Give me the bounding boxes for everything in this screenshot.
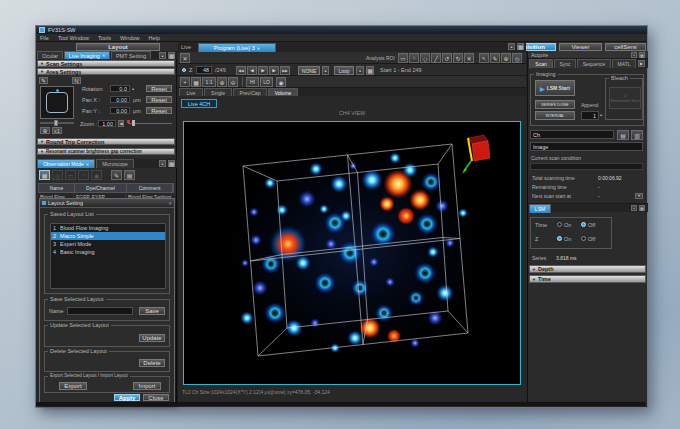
col-dye[interactable]: Dye/Channel xyxy=(75,184,127,192)
play-icon[interactable]: ▶ xyxy=(258,66,268,75)
dialog-title-bar[interactable]: Layout Setting ✕ xyxy=(40,199,174,208)
camera-icon[interactable]: ◉ xyxy=(91,170,102,180)
roi-undo-icon[interactable]: ↺ xyxy=(442,53,452,63)
zoom-x1-button[interactable]: x1 xyxy=(52,127,62,134)
tab-sync[interactable]: Sync xyxy=(554,59,576,68)
channel-name-input[interactable]: Ch xyxy=(530,130,614,139)
menu-file[interactable]: File xyxy=(40,35,49,41)
title-bar[interactable]: FV31S-SW xyxy=(36,26,647,34)
preview-slider-thumb[interactable] xyxy=(54,120,58,126)
hi-button[interactable]: HI xyxy=(246,77,259,87)
time-off-radio[interactable] xyxy=(581,222,586,227)
tab-lsm[interactable]: LSM xyxy=(529,204,551,213)
laser-icon[interactable]: ◎ xyxy=(52,170,63,180)
tab-live[interactable]: Live xyxy=(179,88,203,96)
panel-menu-icon[interactable]: ▦ xyxy=(639,205,645,211)
tab-sequence[interactable]: Sequence xyxy=(577,59,611,68)
menu-window[interactable]: Window xyxy=(120,35,140,41)
panel-pin-icon[interactable]: • xyxy=(159,160,166,167)
tab-microscope[interactable]: Microscope xyxy=(96,159,134,168)
tab-observation-mode[interactable]: Observation Mode ✕ xyxy=(37,159,95,168)
tab-close-icon[interactable]: ✕ xyxy=(102,53,105,58)
append-spinner[interactable]: ▴ xyxy=(600,112,602,117)
zoom-in-view-icon[interactable]: ⊕ xyxy=(217,77,227,87)
panel-menu-icon[interactable]: ▦ xyxy=(168,160,175,167)
tab-pmt-setting[interactable]: PMT Setting xyxy=(111,51,151,59)
panel-pin-icon[interactable]: • xyxy=(159,52,166,59)
profile-icon[interactable]: ◎ xyxy=(512,53,522,63)
prev-frame-icon[interactable]: ◀ xyxy=(247,66,257,75)
close-button[interactable]: Close xyxy=(143,394,169,401)
open-folder-icon[interactable]: ▥ xyxy=(631,130,643,140)
lo-button[interactable]: LO xyxy=(260,77,273,87)
dialog-close-icon[interactable]: ✕ xyxy=(168,201,172,206)
roi-redo-icon[interactable]: ↻ xyxy=(453,53,463,63)
save-button[interactable]: Save xyxy=(139,307,165,315)
panel-pin-icon[interactable]: • xyxy=(631,205,637,211)
zoom-step-icon[interactable]: ◀ xyxy=(118,120,124,127)
select-pointer-icon[interactable]: ↖ xyxy=(479,53,489,63)
clear-view-icon[interactable]: ✕ xyxy=(180,53,190,63)
round-trip-bar[interactable]: ▼ Round Trip Correction xyxy=(37,138,175,145)
update-button[interactable]: Update xyxy=(139,334,165,342)
ratio-1-1-button[interactable]: 1:1 xyxy=(202,77,216,87)
next-frame-icon[interactable]: ▶ xyxy=(269,66,279,75)
z-value-input[interactable]: 48 xyxy=(196,66,212,74)
first-frame-icon[interactable]: ◀◀ xyxy=(236,66,246,75)
zoom-tool-icon[interactable]: ⊕ xyxy=(40,127,50,134)
cellsens-button[interactable]: cellSens xyxy=(605,43,646,51)
col-comment[interactable]: Comment xyxy=(127,184,173,192)
live-4ch-button[interactable]: Live 4CH xyxy=(181,99,217,108)
time-bar[interactable]: ▼ Time xyxy=(529,275,646,283)
tab-scan[interactable]: Scan xyxy=(529,59,553,68)
layout-name-input[interactable] xyxy=(67,307,133,315)
detector-icon[interactable]: ▭ xyxy=(65,170,76,180)
zoom-slider-thumb[interactable] xyxy=(132,120,135,126)
pan-y-input[interactable]: 0.00 xyxy=(110,107,130,114)
pan-x-input[interactable]: 0.00 xyxy=(110,96,130,103)
scan-settings-bar[interactable]: ▼ Scan Settings xyxy=(37,60,175,67)
zoom-out-view-icon[interactable]: ⊖ xyxy=(228,77,238,87)
panel-menu-icon[interactable]: ▦ xyxy=(168,52,175,59)
expand-more-icon[interactable]: ▼ xyxy=(635,193,643,199)
depth-bar[interactable]: ▼ Depth xyxy=(529,265,646,273)
roi-delete-icon[interactable]: ✕ xyxy=(464,53,474,63)
scan-area-handle[interactable] xyxy=(56,89,59,92)
viewer-button[interactable]: Viewer xyxy=(559,43,602,51)
pan-x-reset-button[interactable]: Reset xyxy=(146,96,172,103)
filter-icon[interactable]: ○ xyxy=(78,170,89,180)
tab-live-imaging[interactable]: Live Imaging ✕ xyxy=(64,51,110,59)
col-name[interactable]: Name xyxy=(39,184,75,192)
edit-mode-icon[interactable]: ✎ xyxy=(111,170,122,180)
interval-button[interactable]: NONE xyxy=(298,66,320,75)
roi-rect-icon[interactable]: ▭ xyxy=(398,53,408,63)
time-on-radio[interactable] xyxy=(557,222,562,227)
menu-help[interactable]: Help xyxy=(148,35,159,41)
panel-pin-icon[interactable]: • xyxy=(508,43,515,50)
roi-line-icon[interactable]: ╱ xyxy=(431,53,441,63)
list-item-selected[interactable]: 2Macro Simple xyxy=(51,232,165,240)
pan-y-reset-button[interactable]: Reset xyxy=(146,107,172,114)
apply-button[interactable]: Apply xyxy=(114,394,140,401)
tab-matl[interactable]: MATL xyxy=(612,59,636,68)
layout-button[interactable]: Layout xyxy=(76,43,160,51)
export-button[interactable]: Export xyxy=(59,382,87,390)
annotate-pencil-icon[interactable]: ✎ xyxy=(490,53,500,63)
series-done-button[interactable]: SERIES DONE xyxy=(535,100,575,109)
volume-viewport[interactable] xyxy=(183,121,521,385)
list-item[interactable]: 4Basic Imaging xyxy=(51,248,165,256)
scan-area-outline[interactable] xyxy=(46,92,68,113)
panel-pin-icon[interactable]: • xyxy=(631,52,637,58)
rotation-spinner[interactable]: ▴ xyxy=(132,86,134,91)
panel-menu-icon[interactable]: ▦ xyxy=(517,43,524,50)
menu-tool-window[interactable]: Tool Window xyxy=(58,35,89,41)
list-item[interactable]: 1Blood Flow Imaging xyxy=(51,224,165,232)
lsm-start-button[interactable]: ▶ LSM Start xyxy=(535,80,575,96)
interval-spin-icon[interactable]: ▴ xyxy=(322,66,329,75)
append-count-input[interactable]: 1 xyxy=(581,111,599,120)
z-radio[interactable] xyxy=(182,68,186,72)
reset-area-icon[interactable]: N xyxy=(72,77,81,84)
tab-scroll-icon[interactable]: ▶ xyxy=(638,60,645,67)
tab-close-icon[interactable]: ✕ xyxy=(257,46,260,51)
resonant-bar[interactable]: ▼ Resonant scanner brightness gap correc… xyxy=(37,148,175,155)
